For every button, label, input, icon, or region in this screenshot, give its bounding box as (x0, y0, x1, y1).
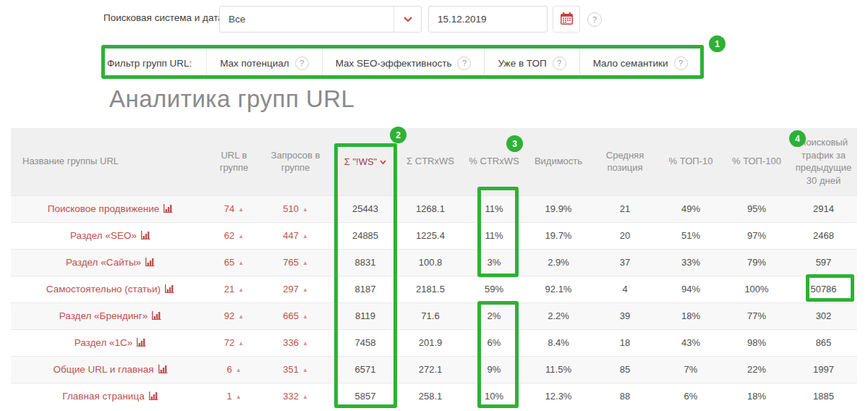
metric-cell: 39 (592, 302, 658, 329)
filter-button-max-potential[interactable]: Max потенциал ? (206, 48, 321, 77)
group-link[interactable]: Самостоятельно (статьи) (46, 284, 161, 295)
column-header-avg-position[interactable]: Средняя позиция (592, 128, 658, 195)
metric-cell: 100.8 (398, 249, 463, 276)
help-icon[interactable]: ? (674, 56, 688, 70)
column-header-top10[interactable]: % ТОП-10 (658, 128, 723, 195)
help-icon[interactable]: ? (295, 56, 309, 70)
metric-cell: 97% (723, 222, 790, 249)
column-header-visibility[interactable]: Видимость (525, 128, 592, 195)
bar-chart-icon[interactable] (141, 231, 150, 242)
metric-value: 351 (283, 364, 299, 375)
column-header-group-name[interactable]: Название группы URL (11, 128, 210, 195)
up-triangle-icon: ▲ (302, 394, 308, 400)
annotation-badge-1: 1 (709, 35, 726, 52)
bar-chart-icon[interactable] (145, 258, 155, 268)
group-link[interactable]: Главная страница (62, 391, 144, 402)
filter-button-label: Max SEO-эффективность (336, 58, 452, 69)
metric-cell: 21 (592, 195, 658, 222)
metric-cell: 5857 (333, 383, 398, 410)
metric-cell: 3% (463, 249, 525, 276)
date-help-icon[interactable]: ? (587, 12, 602, 27)
metric-value: 1 (226, 391, 231, 402)
metric-cell: 92.1% (525, 276, 592, 302)
group-link[interactable]: Раздел «Сайты» (66, 257, 141, 268)
up-triangle-icon: ▲ (302, 340, 308, 347)
bar-chart-icon[interactable] (152, 311, 161, 322)
metric-cell: 19.7% (525, 222, 592, 249)
help-icon[interactable]: ? (553, 56, 566, 70)
metric-cell: 201.9 (398, 329, 463, 356)
metric-value: 665 (283, 310, 299, 321)
table-row: Раздел «Брендинг»92▲665▲811971.62%2.2%39… (11, 302, 857, 329)
metric-cell: 7% (658, 356, 723, 383)
group-link[interactable]: Общие URL и главная (53, 364, 153, 375)
column-header-sum-ctrxws[interactable]: Σ CTRxWS (398, 128, 463, 195)
up-triangle-icon: ▲ (302, 367, 308, 373)
help-icon[interactable]: ? (457, 56, 471, 70)
up-triangle-icon: ▲ (238, 313, 244, 320)
group-name-cell: Главная страница (11, 383, 210, 410)
metric-cell: 77% (723, 302, 790, 329)
metric-cell: 25443 (333, 195, 398, 222)
sort-chevron-down-icon (380, 156, 386, 166)
metric-value: 65 (224, 257, 234, 268)
metric-cell: 865 (790, 329, 857, 356)
column-header-pct-ctrxws[interactable]: % CTRxWS (463, 128, 525, 195)
queries-count-cell: 665▲ (258, 302, 333, 329)
search-engine-select[interactable]: Все (219, 6, 422, 33)
metric-cell: 8831 (333, 249, 398, 276)
table-body: Поисковое продвижение74▲510▲254431268.11… (11, 195, 857, 410)
metric-cell: 49% (658, 195, 723, 222)
group-link[interactable]: Раздел «1С» (75, 337, 133, 348)
metric-cell: 1268.1 (398, 195, 463, 222)
metric-value: 447 (283, 230, 299, 241)
metric-cell: 597 (790, 249, 857, 276)
column-header-top100[interactable]: % ТОП-100 (723, 128, 790, 195)
filter-button-low-semantics[interactable]: Мало семантики ? (579, 48, 701, 77)
metric-cell: 18% (658, 302, 723, 329)
metric-cell: 37 (592, 249, 658, 276)
metric-cell: 1225.4 (398, 222, 463, 249)
metric-cell: 10% (463, 383, 525, 410)
date-input[interactable] (428, 6, 548, 33)
table-row: Раздел «Сайты»65▲765▲8831100.83%2.9%3733… (11, 249, 857, 276)
filter-button-max-seo-efficiency[interactable]: Max SEO-эффективность ? (322, 48, 485, 77)
group-link[interactable]: Раздел «Брендинг» (59, 310, 148, 321)
metric-cell: 8187 (333, 276, 398, 302)
group-link[interactable]: Раздел «SEO» (70, 230, 137, 241)
queries-count-cell: 351▲ (258, 356, 333, 383)
column-header-search-traffic[interactable]: Поисковый трафик за предыдущие 30 дней (790, 128, 857, 195)
bar-chart-icon[interactable] (149, 391, 158, 402)
column-header-sum-ws[interactable]: Σ "!WS" (333, 128, 398, 195)
metric-cell: 2.9% (525, 249, 592, 276)
filter-button-already-in-top[interactable]: Уже в ТОП ? (484, 48, 579, 77)
column-header-queries-in-group[interactable]: Запросов в группе (258, 128, 333, 195)
url-count-cell: 65▲ (210, 249, 258, 276)
group-link[interactable]: Поисковое продвижение (48, 203, 160, 214)
queries-count-cell: 447▲ (258, 222, 333, 249)
column-header-urls-in-group[interactable]: URL в группе (210, 128, 258, 195)
metric-cell: 95% (723, 195, 790, 222)
table-row: Поисковое продвижение74▲510▲254431268.11… (11, 195, 857, 222)
url-group-filter-bar: Фильтр групп URL: Max потенциал ? Max SE… (107, 48, 702, 77)
metric-cell: 11.5% (525, 356, 592, 383)
metric-cell: 11% (463, 195, 525, 222)
bar-chart-icon[interactable] (163, 204, 173, 215)
bar-chart-icon[interactable] (137, 338, 146, 349)
bar-chart-icon[interactable] (158, 365, 168, 376)
metric-cell: 9% (463, 356, 525, 383)
metric-cell: 2181.5 (398, 276, 463, 302)
metric-value: 336 (283, 337, 299, 348)
bar-chart-icon[interactable] (165, 284, 174, 295)
url-count-cell: 62▲ (210, 222, 258, 249)
metric-cell: 2914 (790, 195, 857, 222)
up-triangle-icon: ▲ (236, 394, 242, 400)
up-triangle-icon: ▲ (236, 367, 242, 373)
queries-count-cell: 297▲ (258, 276, 333, 302)
metric-cell: 6571 (333, 356, 398, 383)
calendar-button[interactable] (553, 6, 580, 33)
search-engine-date-label: Поисковая система и дата: (103, 12, 226, 23)
divider (701, 48, 702, 77)
filter-button-label: Max потенциал (220, 58, 289, 69)
metric-cell: 2% (463, 302, 525, 329)
